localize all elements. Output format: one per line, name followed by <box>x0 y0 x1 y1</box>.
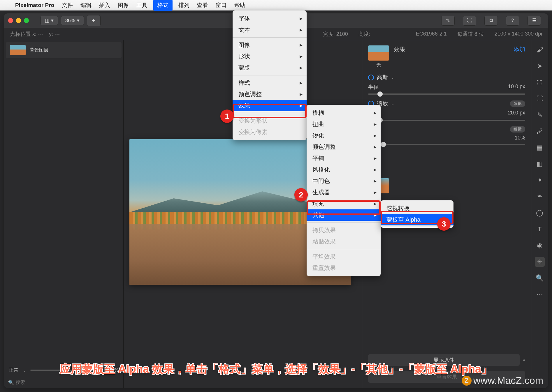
brush-tool-icon[interactable]: ✎ <box>441 16 455 26</box>
zoom-tool-icon[interactable]: 🔍 <box>535 273 545 283</box>
annotation-marker-1: 1 <box>220 110 234 123</box>
menu-item[interactable]: 蒙版 <box>233 62 307 73</box>
search-icon: 🔍 <box>8 380 14 385</box>
menu-item[interactable]: 效果 <box>233 100 307 111</box>
dimensions: 2100 x 1400 300 dpi <box>495 31 542 37</box>
layer-row[interactable]: 背景图层 <box>6 42 122 58</box>
menu-item[interactable]: 生成器 <box>307 187 381 198</box>
cursor-y-label: y: <box>49 31 53 37</box>
menu-window[interactable]: 窗口 <box>216 1 227 9</box>
width-label: 宽度: <box>323 31 335 37</box>
bit-depth: 每通道 8 位 <box>457 31 484 38</box>
heal-tool-icon[interactable]: ✦ <box>535 175 545 185</box>
gradient-tool-icon[interactable]: ▦ <box>535 143 545 153</box>
sidebar-toggle-button[interactable]: ▥ ▾ <box>41 16 58 25</box>
tool-strip: 🖌 ➤ ⬚ ⛶ ✎ 🖊 ▦ ◧ ✦ ✒ ◯ T ◉ ✳ 🔍 ⋯ <box>531 40 548 388</box>
minimize-window-icon[interactable] <box>16 18 21 23</box>
menu-item[interactable]: 字体 <box>233 13 307 24</box>
color-tool-icon[interactable]: ◉ <box>535 241 545 250</box>
pen-tool-icon[interactable]: ✒ <box>535 192 545 202</box>
menu-item[interactable]: 中间色 <box>307 175 381 187</box>
marquee-tool-icon[interactable]: ⬚ <box>535 77 545 87</box>
cursor-x-value: --- <box>38 31 43 37</box>
menu-item: 变换为形状 <box>233 115 307 126</box>
chevron-down-icon[interactable]: ⌄ <box>391 101 394 106</box>
menu-file[interactable]: 文件 <box>62 1 73 9</box>
menu-item: 拷贝效果 <box>307 225 381 236</box>
annotation-marker-3: 3 <box>437 217 451 231</box>
menu-item[interactable]: 透视转换 <box>381 203 453 214</box>
share-icon[interactable]: ⇪ <box>506 16 519 26</box>
menu-item[interactable]: 文本 <box>233 24 307 36</box>
menu-item[interactable]: 图像 <box>233 39 307 51</box>
menu-item[interactable]: 样式 <box>233 77 307 89</box>
color-profile: EC61966-2.1 <box>416 31 447 37</box>
radius-slider[interactable] <box>368 93 525 95</box>
pct-slider[interactable] <box>368 144 525 145</box>
effects-tool-icon[interactable]: ✳ <box>535 257 545 267</box>
effect-bokeh[interactable]: 散景 <box>368 162 525 169</box>
width-value: 2100 <box>336 31 348 37</box>
menu-insert[interactable]: 插入 <box>99 1 110 9</box>
arrow-tool-icon[interactable]: ➤ <box>535 61 545 71</box>
add-layer-button[interactable]: + <box>87 15 101 26</box>
param-pct-value: 10% <box>515 135 525 141</box>
cursor-y-value: --- <box>55 31 60 37</box>
menu-item[interactable]: 形状 <box>233 51 307 62</box>
eraser-tool-icon[interactable]: ◧ <box>535 159 545 169</box>
menu-item: 变换为像素 <box>233 126 307 138</box>
shape-tool-icon[interactable]: ◯ <box>535 208 545 218</box>
amount-slider[interactable] <box>368 120 525 121</box>
menu-item[interactable]: 填充 <box>307 198 381 209</box>
layers-panel: 背景图层 正常⌄ 100% 🔍 搜索 <box>4 40 124 388</box>
page-icon[interactable]: 🗎 <box>484 16 498 26</box>
effects-title: 效果 <box>394 45 405 53</box>
preset-none: 无 <box>376 62 381 68</box>
close-window-icon[interactable] <box>8 18 13 23</box>
text-tool-icon[interactable]: T <box>535 224 545 234</box>
watermark-icon: Z <box>462 376 472 386</box>
height-label: 高度: <box>358 31 370 37</box>
cursor-x-label: 光标位置 x: <box>10 31 36 37</box>
menu-arrange[interactable]: 排列 <box>178 1 189 9</box>
menu-view[interactable]: 查看 <box>197 1 208 9</box>
menu-item[interactable]: 模糊 <box>307 107 381 119</box>
window-controls <box>8 18 29 23</box>
zoom-dropdown-button[interactable]: 36% ▾ <box>61 16 84 25</box>
effect-gaussian[interactable]: 高斯 <box>377 74 388 81</box>
more-tools-icon[interactable]: ⋯ <box>535 289 545 299</box>
menu-item[interactable]: 颜色调整 <box>307 141 381 153</box>
menu-help[interactable]: 帮助 <box>234 1 245 9</box>
edit-button[interactable]: 编辑 <box>510 126 525 133</box>
crop-tool-icon[interactable]: ⛶ <box>535 94 545 104</box>
paint-tool-icon[interactable]: 🖊 <box>535 126 545 136</box>
param-radius-value: 10.0 px <box>508 84 525 91</box>
eyedropper-tool-icon[interactable]: ✎ <box>535 110 545 120</box>
search-input[interactable]: 搜索 <box>16 379 25 386</box>
maximize-window-icon[interactable] <box>24 18 29 23</box>
menu-item[interactable]: 扭曲 <box>307 119 381 130</box>
add-effect-button[interactable]: 添加 <box>514 45 525 53</box>
chevron-down-icon[interactable]: ⌄ <box>391 75 394 80</box>
menu-item[interactable]: 颜色调整 <box>233 89 307 100</box>
menu-format[interactable]: 格式 <box>153 0 173 11</box>
menu-tools[interactable]: 工具 <box>136 1 147 9</box>
param-radius: 半径 <box>368 84 379 91</box>
menu-item[interactable]: 其他 <box>307 209 381 221</box>
layer-name: 背景图层 <box>30 47 48 53</box>
menu-item[interactable]: 锐化 <box>307 130 381 141</box>
menu-edit[interactable]: 编辑 <box>80 1 92 9</box>
edit-button[interactable]: 编辑 <box>510 100 525 107</box>
watermark: Z www.MacZ.com <box>462 375 543 386</box>
menu-item[interactable]: 平铺 <box>307 153 381 164</box>
menu-item[interactable]: 风格化 <box>307 164 381 175</box>
preview-thumbnail <box>368 45 389 61</box>
toggle-icon[interactable] <box>368 75 374 80</box>
format-menu: 字体文本图像形状蒙版样式颜色调整效果变换为形状变换为像素 <box>233 10 307 140</box>
crop-tool-icon[interactable]: ⛶ <box>463 16 476 26</box>
settings-icon[interactable]: ☰ <box>528 16 541 26</box>
app-name[interactable]: Pixelmator Pro <box>15 2 54 8</box>
menu-image[interactable]: 图像 <box>118 1 129 9</box>
system-menubar: Pixelmator Pro 文件 编辑 插入 图像 工具 格式 排列 查看 窗… <box>0 0 552 10</box>
style-tool-icon[interactable]: 🖌 <box>535 45 545 55</box>
